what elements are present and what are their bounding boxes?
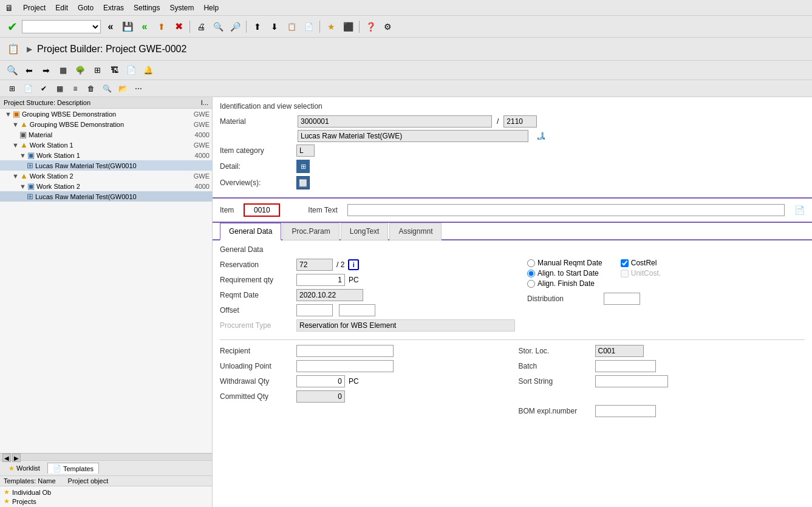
up-button[interactable]: ⬆ [154, 19, 169, 34]
batch-input[interactable] [595, 360, 656, 372]
info-icon[interactable]: i [348, 259, 359, 270]
doc-btn[interactable]: 📄 [124, 63, 138, 78]
tree-hscroll[interactable]: ◀ ▶ [0, 453, 212, 460]
tree-row[interactable]: ▼ ▲ Work Station 2 GWE [0, 171, 212, 181]
cancel-button[interactable]: ✖ [171, 19, 186, 34]
tree-row[interactable]: ▣ Material 4000 [0, 129, 212, 140]
item-input[interactable] [244, 203, 280, 217]
template-item-2[interactable]: ★ Projects [4, 497, 208, 506]
nav-right-btn[interactable]: ➡ [39, 63, 53, 78]
bookmark-button[interactable]: ★ [324, 19, 338, 34]
dots-btn[interactable]: ⋯ [131, 81, 146, 96]
nav-right[interactable]: ▶ [12, 454, 21, 462]
templates-tab[interactable]: 📄 Templates [47, 463, 99, 474]
paste-button[interactable]: 📄 [301, 19, 316, 34]
unitcost-checkbox[interactable] [621, 270, 629, 277]
structure-btn[interactable]: 🔍 [5, 63, 19, 78]
item-text-input[interactable] [347, 204, 785, 216]
distribution-input[interactable] [604, 293, 640, 305]
tree-row[interactable]: ▼ ▲ Work Station 1 GWE [0, 140, 212, 150]
delete-btn[interactable]: 🗑 [84, 81, 98, 96]
offset-input2[interactable] [339, 304, 375, 316]
stor-loc-input[interactable] [595, 345, 644, 357]
procure-type-label: Procuremt Type [220, 321, 293, 330]
tree-row-selected[interactable]: ⊞ Lucas Raw Material Test(GW0010 [0, 191, 212, 202]
divider [220, 339, 805, 340]
layout-button[interactable]: ⬛ [341, 19, 355, 34]
bom-input[interactable] [595, 405, 656, 417]
menu-project[interactable]: Project [23, 4, 46, 12]
nav-left-btn[interactable]: ⬅ [22, 63, 36, 78]
sort-string-input[interactable] [595, 375, 668, 387]
template-item-1[interactable]: ★ Individual Ob [4, 488, 208, 497]
back-double-button[interactable]: « [103, 19, 118, 34]
download-button[interactable]: ⬇ [267, 19, 282, 34]
offset-input[interactable] [296, 304, 333, 316]
check-button[interactable]: ✔ [5, 19, 19, 34]
procure-type-input[interactable] [296, 319, 515, 332]
save-button[interactable]: 💾 [120, 19, 135, 34]
org-btn[interactable]: 🏗 [107, 63, 121, 78]
align-finish-radio[interactable] [527, 280, 535, 288]
tab-longtext[interactable]: LongText [341, 223, 389, 240]
menu-edit[interactable]: Edit [55, 4, 68, 12]
overview-icon[interactable]: ⬜ [296, 176, 310, 189]
table-small-btn[interactable]: ▦ [52, 81, 67, 96]
costrel-checkbox[interactable] [621, 259, 629, 267]
back-button[interactable]: « [137, 19, 152, 34]
tree-row[interactable]: ⊞ Lucas Raw Material Test(GW0010 [0, 160, 212, 171]
reservation-input[interactable] [296, 259, 333, 271]
recipient-input[interactable] [296, 345, 394, 357]
overview-row: Overview(s): ⬜ [220, 176, 805, 189]
menu-goto[interactable]: Goto [78, 4, 94, 12]
tree-row[interactable]: ▼ ▲ Grouping WBSE Demonstration GWE [0, 119, 212, 129]
copy-button[interactable]: 📋 [284, 19, 299, 34]
help-button[interactable]: ❓ [363, 19, 378, 34]
align-start-radio[interactable] [527, 270, 535, 277]
material-input[interactable] [298, 115, 492, 128]
reqmt-qty-input[interactable] [296, 274, 345, 286]
item-text-icon[interactable]: 📄 [794, 205, 805, 215]
list-btn[interactable]: ≡ [68, 81, 83, 96]
withdrawal-qty-input[interactable] [296, 375, 345, 387]
tree-row[interactable]: ▼ ▣ Grouping WBSE Demonstration GWE [0, 109, 212, 119]
menu-extras[interactable]: Extras [103, 4, 124, 12]
committed-qty-input[interactable] [296, 390, 345, 403]
material-desc-input[interactable] [298, 130, 528, 142]
menu-settings[interactable]: Settings [134, 4, 160, 12]
upload-button[interactable]: ⬆ [250, 19, 265, 34]
settings-button[interactable]: ⚙ [380, 19, 395, 34]
tab-assignmnt[interactable]: Assignmnt [389, 223, 442, 240]
manual-reqmt-radio[interactable] [527, 259, 535, 267]
tree-row[interactable]: ▼ ▣ Work Station 1 4000 [0, 150, 212, 160]
menu-system[interactable]: System [169, 4, 194, 12]
find-button[interactable]: 🔍 [211, 19, 225, 34]
open-btn[interactable]: 📂 [115, 81, 130, 96]
new-doc-btn[interactable]: 📄 [21, 81, 35, 96]
command-dropdown[interactable] [22, 20, 101, 33]
check-small-btn[interactable]: ✔ [36, 81, 51, 96]
unloading-input[interactable] [296, 360, 394, 372]
tree-code: GWE [185, 121, 210, 128]
tree-row[interactable]: ▼ ▣ Work Station 2 4000 [0, 181, 212, 191]
tab-general-data[interactable]: General Data [220, 223, 281, 240]
reqmt-qty-row: Requirement qty PC [220, 274, 515, 286]
worklist-tab[interactable]: ★ Worklist [4, 463, 45, 474]
find2-button[interactable]: 🔎 [228, 19, 242, 34]
nav-left[interactable]: ◀ [2, 454, 11, 462]
circle-btn[interactable]: 🔔 [141, 63, 155, 78]
menu-help[interactable]: Help [203, 4, 219, 12]
reqmt-date-input[interactable] [296, 289, 363, 301]
tree-label: Grouping WBSE Demonstration [22, 111, 185, 118]
tab-proc-param[interactable]: Proc.Param [282, 223, 339, 240]
grid-btn[interactable]: ⊞ [90, 63, 104, 78]
material-num-input[interactable] [503, 115, 537, 128]
unloading-label: Unloading Point [220, 362, 293, 370]
detail-icon[interactable]: ⊞ [296, 160, 310, 173]
hierarchy-btn[interactable]: 🌳 [73, 63, 87, 78]
table-btn[interactable]: ▦ [56, 63, 70, 78]
item-cat-input[interactable] [296, 145, 315, 157]
print-button[interactable]: 🖨 [194, 19, 208, 34]
magnify-btn[interactable]: 🔍 [100, 81, 114, 96]
expand-btn[interactable]: ⊞ [5, 81, 19, 96]
